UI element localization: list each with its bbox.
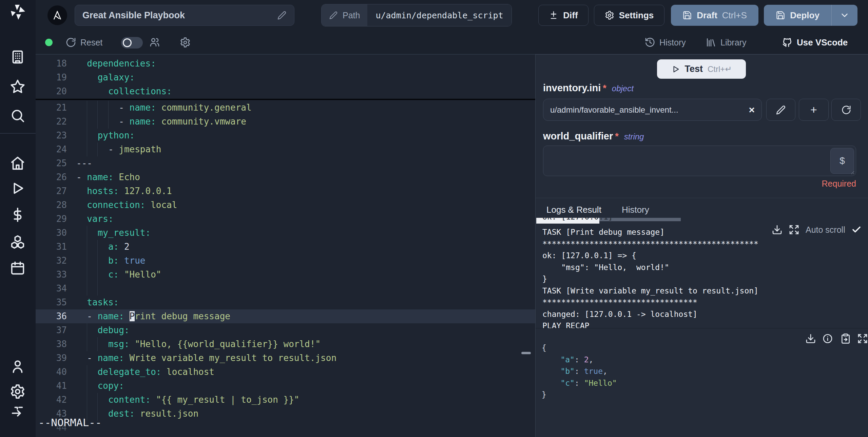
plus-icon: +	[810, 103, 817, 116]
inventory-resource-input[interactable]: u/admin/favorable_ansible_invent... ×	[543, 99, 762, 121]
download-icon[interactable]	[772, 224, 783, 235]
code-line[interactable]: 26- name: Echo	[36, 170, 535, 184]
windmill-logo-icon[interactable]	[7, 3, 28, 24]
code-line[interactable]: 39 - name: Write variable my_result to r…	[36, 351, 535, 365]
field-label-world-qualifier: world_qualifier * string	[543, 131, 644, 142]
code-line[interactable]: 24 - jmespath	[36, 142, 535, 156]
code-line[interactable]: 35 tasks:	[36, 296, 535, 309]
code-line[interactable]: 23 python:	[36, 129, 535, 142]
draft-button[interactable]: Draft Ctrl+S	[671, 5, 758, 26]
users-icon	[149, 37, 160, 48]
edit-path-icon[interactable]	[329, 11, 338, 20]
code-text: ---	[76, 156, 92, 170]
check-icon[interactable]	[851, 225, 862, 235]
code-line[interactable]: 27 hosts: 127.0.0.1	[36, 184, 535, 198]
code-line[interactable]: 20 collections:	[36, 84, 535, 98]
result-pane: { "a": 2, "b": true, "c": "Hello"}	[536, 328, 868, 437]
user-icon	[10, 359, 25, 374]
sidebar-item-settings[interactable]	[10, 384, 25, 399]
editor-scrollbar-marker[interactable]	[521, 352, 531, 354]
resize-handle[interactable]	[850, 170, 854, 174]
collaborators-button[interactable]	[149, 31, 160, 54]
field-type: string	[624, 132, 644, 141]
play-icon	[671, 65, 680, 74]
code-line[interactable]: 21 - name: community.general	[36, 101, 535, 115]
code-line[interactable]: 18 dependencies:	[36, 57, 535, 71]
required-star: *	[603, 83, 606, 94]
cubes-icon	[10, 234, 25, 250]
code-line[interactable]: 29 vars:	[36, 212, 535, 226]
tab-history[interactable]: History	[622, 202, 649, 217]
deploy-dropdown-button[interactable]	[832, 5, 857, 26]
refresh-resource-button[interactable]	[831, 99, 861, 121]
sidebar-item-resources[interactable]	[10, 234, 25, 250]
test-button[interactable]: Test Ctrl+↵	[657, 59, 746, 79]
autoscroll-label[interactable]: Auto scroll	[806, 225, 845, 235]
history-button[interactable]: History	[644, 31, 686, 54]
expand-icon[interactable]	[789, 224, 799, 235]
sticky-scroll-border	[36, 99, 535, 100]
path-badge[interactable]: Path u/admin/dependable_script	[321, 4, 512, 26]
copy-clipboard-icon[interactable]	[840, 333, 851, 344]
code-line[interactable]: 43 dest: result.json	[36, 407, 535, 421]
draft-shortcut: Ctrl+S	[722, 10, 747, 21]
use-vscode-button[interactable]: Use VScode	[782, 31, 848, 54]
code-line[interactable]: 22 - name: community.vmware	[36, 115, 535, 129]
sidebar	[0, 0, 36, 437]
refresh-icon	[841, 105, 851, 115]
info-icon[interactable]	[822, 333, 833, 344]
library-icon	[706, 37, 716, 48]
edit-resource-button[interactable]	[766, 99, 795, 121]
code-line[interactable]: 33 c: "Hello"	[36, 268, 535, 282]
code-line[interactable]: 25---	[36, 156, 535, 170]
code-line[interactable]: 36 - name: Print debug message	[36, 309, 535, 323]
line-number: 38	[36, 337, 67, 351]
editor-settings-button[interactable]	[180, 31, 191, 54]
home-icon	[10, 155, 25, 171]
clear-icon[interactable]: ×	[749, 105, 755, 115]
edit-title-icon[interactable]	[277, 11, 287, 20]
code-line[interactable]: 19 galaxy:	[36, 71, 535, 84]
clipped-log-line: ok: [127.0.0.1]	[536, 218, 682, 224]
sidebar-item-schedules[interactable]	[10, 260, 25, 276]
code-editor[interactable]: 18 dependencies:19 galaxy:20 collections…	[36, 54, 535, 437]
tab-logs-result[interactable]: Logs & Result	[546, 202, 601, 217]
world-qualifier-input[interactable]: $	[543, 146, 856, 176]
code-line[interactable]: 28 connection: local	[36, 198, 535, 212]
code-line[interactable]: 37 debug:	[36, 323, 535, 337]
sidebar-item-home[interactable]	[10, 155, 25, 171]
test-shortcut: Ctrl+↵	[708, 64, 732, 74]
script-title-box[interactable]: Great Ansible Playbook	[75, 5, 294, 26]
sidebar-item-search[interactable]	[10, 108, 25, 124]
toggle-switch[interactable]	[121, 37, 143, 49]
download-icon[interactable]	[805, 333, 816, 344]
code-line[interactable]: 42 content: "{{ my_result | to_json }}"	[36, 393, 535, 407]
code-line[interactable]: 31 a: 2	[36, 240, 535, 254]
library-button[interactable]: Library	[706, 31, 746, 54]
diff-button[interactable]: Diff	[538, 5, 589, 26]
sidebar-item-logout[interactable]	[10, 405, 25, 420]
code-line[interactable]: 30 my_result:	[36, 226, 535, 240]
sidebar-item-variables[interactable]	[10, 207, 25, 223]
code-text: dependencies:	[76, 57, 156, 71]
expand-icon[interactable]	[857, 333, 868, 344]
logs-pane[interactable]: TASK [Print debug message]**************…	[536, 224, 868, 328]
sidebar-item-workspace[interactable]	[10, 49, 25, 65]
line-number: 35	[36, 296, 67, 309]
add-resource-button[interactable]: +	[799, 99, 829, 121]
chevron-down-icon	[840, 10, 850, 20]
line-number: 28	[36, 198, 67, 212]
code-line[interactable]: 44	[36, 421, 535, 435]
sidebar-item-runs[interactable]	[10, 180, 25, 196]
code-line[interactable]: 32 b: true	[36, 254, 535, 268]
reset-button[interactable]: Reset	[65, 31, 102, 54]
code-line[interactable]: 40 delegate_to: localhost	[36, 365, 535, 379]
sidebar-item-user[interactable]	[10, 359, 25, 374]
code-line[interactable]: 41 copy:	[36, 379, 535, 393]
settings-button[interactable]: Settings	[594, 5, 664, 26]
sidebar-item-favorites[interactable]	[10, 79, 25, 94]
code-line[interactable]: 38 msg: "Hello, {{world_qualifier}} worl…	[36, 337, 535, 351]
deploy-button[interactable]: Deploy	[764, 10, 831, 21]
calendar-icon	[10, 260, 25, 276]
code-line[interactable]: 34	[36, 282, 535, 296]
